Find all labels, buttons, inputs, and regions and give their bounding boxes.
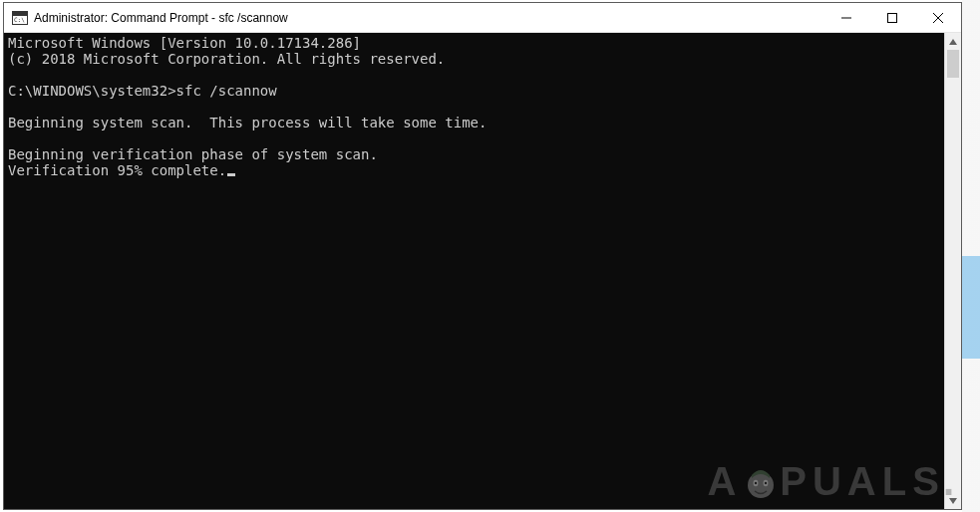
scroll-down-button[interactable] (945, 492, 961, 509)
close-button[interactable] (915, 3, 961, 32)
scrollbar-thumb[interactable] (947, 50, 959, 78)
maximize-button[interactable] (869, 3, 915, 32)
scroll-up-button[interactable] (945, 33, 961, 50)
scan-begin-line: Beginning system scan. This process will… (8, 115, 487, 130)
vertical-scrollbar[interactable] (944, 33, 961, 509)
window-controls (823, 3, 961, 32)
terminal-output[interactable]: Microsoft Windows [Version 10.0.17134.28… (4, 33, 944, 509)
titlebar[interactable]: Administrator: Command Prompt - sfc /sca… (4, 3, 961, 33)
minimize-button[interactable] (823, 3, 869, 32)
chevron-down-icon (949, 497, 957, 505)
minimize-icon (841, 13, 851, 23)
cmd-icon (12, 11, 28, 25)
svg-rect-1 (888, 13, 897, 22)
verify-progress-line: Verification 95% complete. (8, 162, 226, 178)
scrollbar-track[interactable] (945, 50, 961, 492)
svg-marker-4 (949, 39, 957, 45)
close-icon (933, 13, 943, 23)
command-prompt-window: Administrator: Command Prompt - sfc /sca… (3, 2, 962, 510)
verify-begin-line: Beginning verification phase of system s… (8, 146, 378, 162)
svg-marker-5 (949, 498, 957, 504)
copyright-line: (c) 2018 Microsoft Corporation. All righ… (8, 51, 445, 67)
version-line: Microsoft Windows [Version 10.0.17134.28… (8, 35, 361, 51)
window-title: Administrator: Command Prompt - sfc /sca… (34, 11, 288, 25)
terminal-cursor (227, 173, 235, 176)
content-area: Microsoft Windows [Version 10.0.17134.28… (4, 33, 961, 509)
prompt-line: C:\WINDOWS\system32>sfc /scannow (8, 83, 277, 99)
maximize-icon (887, 13, 897, 23)
page-right-edge (962, 0, 980, 512)
chevron-up-icon (949, 38, 957, 46)
